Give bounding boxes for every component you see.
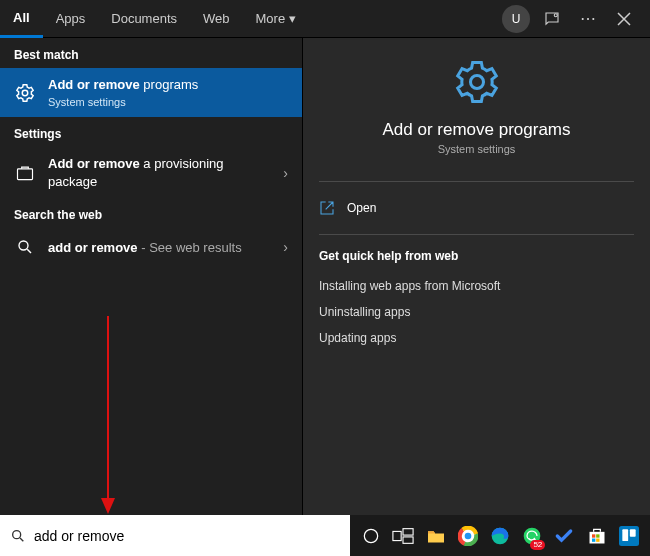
svg-rect-2: [18, 169, 33, 180]
settings-label: Settings: [0, 117, 302, 147]
gear-icon: [14, 82, 36, 104]
svg-rect-23: [596, 538, 599, 541]
options-icon[interactable]: ⋯: [574, 5, 602, 33]
result-provisioning-package[interactable]: Add or remove a provisioning package ›: [0, 147, 302, 198]
search-tabs: All Apps Documents Web More ▾ U ⋯: [0, 0, 650, 38]
detail-panel: Add or remove programs System settings O…: [302, 38, 650, 515]
close-icon[interactable]: [610, 5, 638, 33]
help-link-install[interactable]: Installing web apps from Microsoft: [319, 273, 634, 299]
open-button[interactable]: Open: [319, 196, 634, 220]
taskbar: 52: [350, 515, 650, 556]
explorer-icon[interactable]: [420, 520, 450, 552]
search-web-label: Search the web: [0, 198, 302, 228]
svg-rect-10: [403, 528, 413, 534]
chevron-right-icon: ›: [283, 165, 288, 181]
help-link-update[interactable]: Updating apps: [319, 325, 634, 351]
trello-icon[interactable]: [614, 520, 644, 552]
search-icon: [10, 528, 26, 544]
cortana-icon[interactable]: [356, 520, 386, 552]
detail-hero: Add or remove programs System settings: [319, 38, 634, 167]
svg-rect-11: [403, 536, 413, 542]
notification-badge: 52: [530, 540, 545, 550]
results-column: Best match Add or remove programs System…: [0, 38, 302, 515]
detail-subtitle: System settings: [319, 143, 634, 155]
svg-point-8: [364, 529, 377, 542]
result-add-remove-programs[interactable]: Add or remove programs System settings: [0, 68, 302, 117]
package-icon: [14, 162, 36, 184]
help-heading: Get quick help from web: [319, 249, 634, 263]
gear-icon: [451, 56, 503, 108]
svg-rect-9: [393, 531, 401, 540]
svg-point-16: [464, 532, 471, 539]
svg-point-3: [19, 241, 28, 250]
user-avatar[interactable]: U: [502, 5, 530, 33]
tab-more[interactable]: More ▾: [243, 0, 310, 38]
open-icon: [319, 200, 335, 216]
result-web-search[interactable]: add or remove - See web results ›: [0, 228, 302, 266]
search-input[interactable]: [34, 528, 340, 544]
tab-documents[interactable]: Documents: [98, 0, 190, 38]
svg-rect-25: [622, 529, 628, 541]
svg-rect-24: [619, 526, 639, 546]
tab-more-label: More: [256, 11, 286, 26]
detail-title: Add or remove programs: [319, 120, 634, 140]
result-title: add or remove - See web results: [48, 239, 271, 257]
chrome-icon[interactable]: [453, 520, 483, 552]
result-subtitle: System settings: [48, 95, 288, 110]
svg-rect-26: [630, 529, 636, 537]
svg-point-1: [22, 90, 28, 96]
chevron-right-icon: ›: [283, 239, 288, 255]
result-title: Add or remove a provisioning package: [48, 155, 271, 190]
divider: [319, 181, 634, 182]
tab-all[interactable]: All: [0, 0, 43, 38]
svg-rect-20: [592, 534, 595, 537]
divider: [319, 234, 634, 235]
svg-rect-22: [592, 538, 595, 541]
chevron-down-icon: ▾: [289, 11, 296, 26]
whatsapp-icon[interactable]: 52: [517, 520, 547, 552]
svg-rect-21: [596, 534, 599, 537]
task-view-icon[interactable]: [388, 520, 418, 552]
best-match-label: Best match: [0, 38, 302, 68]
svg-point-7: [13, 530, 21, 538]
edge-icon[interactable]: [485, 520, 515, 552]
search-icon: [14, 236, 36, 258]
svg-point-4: [470, 76, 483, 89]
feedback-icon[interactable]: [538, 5, 566, 33]
tab-apps[interactable]: Apps: [43, 0, 99, 38]
todo-icon[interactable]: [549, 520, 579, 552]
search-bar[interactable]: [0, 515, 350, 556]
tab-web[interactable]: Web: [190, 0, 243, 38]
svg-point-0: [554, 13, 557, 16]
store-icon[interactable]: [582, 520, 612, 552]
search-body: Best match Add or remove programs System…: [0, 38, 650, 515]
help-link-uninstall[interactable]: Uninstalling apps: [319, 299, 634, 325]
result-title: Add or remove programs: [48, 76, 288, 94]
open-label: Open: [347, 201, 376, 215]
